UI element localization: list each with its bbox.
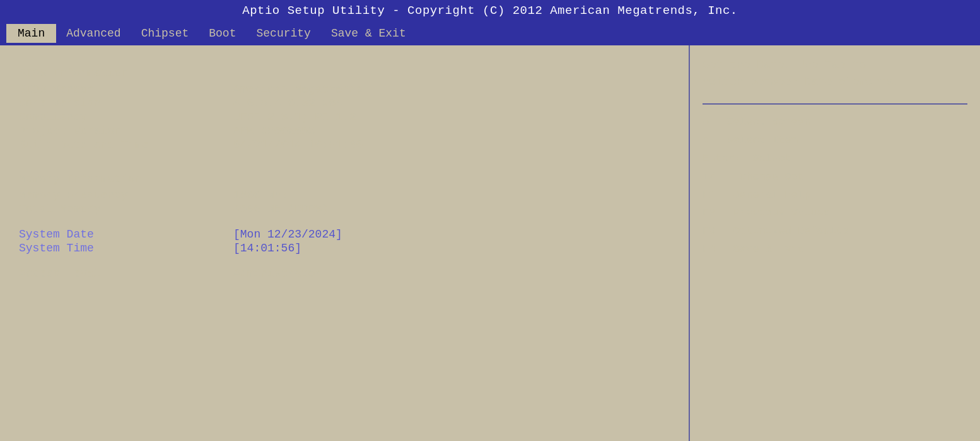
core-version-value: 4.6.5.4 0.32 x64 [233, 97, 342, 110]
shortcut-f2-key: F2: [703, 204, 722, 222]
menu-item-chipset[interactable]: Chipset [131, 25, 199, 42]
build-date-value: 04/21/2014 10:51:36 [233, 139, 363, 151]
bios-vendor-label: BIOS Vendor [19, 83, 233, 96]
compliancy-value: UEFI 2.3.1; PI 1.2 [233, 111, 356, 123]
shortcut-change-opt-desc: Change Opt. [740, 168, 810, 186]
core-version-label: Core Version [19, 97, 233, 110]
left-panel: BIOS Information BIOS Vendor American Me… [0, 45, 690, 441]
shortcut-updown-key: ↕: [703, 132, 715, 150]
shortcut-enter: Enter: Select [703, 150, 967, 168]
memory-freq-label: Memory Frequency [19, 189, 233, 202]
shortcut-f1-key: F1: [703, 186, 722, 205]
shortcut-enter-desc: Select [752, 150, 791, 168]
access-level-row: Access Level Administrator [19, 267, 670, 280]
bios-setup-utility: Aptio Setup Utility - Copyright (C) 2012… [0, 0, 980, 441]
content-area: BIOS Information BIOS Vendor American Me… [0, 45, 980, 441]
memory-freq-row: Memory Frequency 1600 Mhz [19, 189, 670, 202]
menu-item-boot[interactable]: Boot [199, 25, 246, 42]
shortcut-change-opt: +/-: Change Opt. [703, 168, 967, 186]
shortcut-plusminus-key: +/-: [703, 168, 728, 186]
shortcut-f3: F3: Optimized Defaults [703, 222, 967, 241]
compliancy-label: Compliancy [19, 111, 233, 123]
divider [703, 103, 967, 105]
total-memory-value: 4096 MB (DDR3) [233, 203, 329, 215]
shortcuts-panel: ↔: Select Screen ↕: Select Item Enter: S… [703, 113, 967, 259]
total-memory-label: Total Memory [19, 203, 233, 215]
shortcut-f4-key: F4: [703, 241, 722, 259]
access-level-label: Access Level [19, 267, 233, 280]
bios-vendor-row: BIOS Vendor American Megatrends [19, 83, 670, 96]
shortcut-select-screen: ↔: Select Screen [703, 113, 967, 132]
project-version-row: Project Version ARK C500X005 [19, 125, 670, 137]
shortcut-f2-desc: Previous Values [733, 204, 830, 222]
shortcut-select-item-desc: Select Item [727, 132, 798, 150]
system-time-row[interactable]: System Time [14:01:56] [19, 242, 670, 255]
title-bar: Aptio Setup Utility - Copyright (C) 2012… [0, 0, 980, 21]
core-version-row: Core Version 4.6.5.4 0.32 x64 [19, 97, 670, 110]
shortcut-arrow-key: ↔: [703, 113, 715, 132]
build-date-label: Build Date and Time [19, 139, 233, 151]
menu-item-security[interactable]: Security [246, 25, 320, 42]
spacer-3 [19, 256, 670, 267]
menu-item-save-and-exit[interactable]: Save & Exit [321, 25, 416, 42]
system-date-label: System Date [19, 228, 233, 241]
shortcut-select-item: ↕: Select Item [703, 132, 967, 150]
memory-freq-value: 1600 Mhz [233, 189, 288, 202]
system-date-value[interactable]: [Mon 12/23/2024] [233, 228, 342, 241]
system-date-row[interactable]: System Date [Mon 12/23/2024] [19, 228, 670, 241]
shortcut-f1-desc: General Help [733, 186, 810, 205]
shortcut-f3-desc: Optimized Defaults [733, 222, 849, 241]
system-time-label: System Time [19, 242, 233, 255]
shortcut-select-screen-desc: Select Screen [727, 113, 811, 132]
bios-info-header: BIOS Information [19, 67, 670, 79]
menu-bar: MainAdvancedChipsetBootSecuritySave & Ex… [0, 21, 980, 45]
memory-info-header: Memory Information [19, 173, 670, 185]
build-date-row: Build Date and Time 04/21/2014 10:51:36 [19, 139, 670, 151]
project-version-value: ARK C500X005 [233, 125, 315, 137]
shortcut-f3-key: F3: [703, 222, 722, 241]
shortcut-enter-key: Enter: [703, 150, 741, 168]
project-version-label: Project Version [19, 125, 233, 137]
menu-item-main[interactable]: Main [6, 24, 56, 43]
spacer-2 [19, 217, 670, 228]
right-panel: Set the Date. Use Tab toswitch between D… [690, 45, 980, 441]
spacer-1 [19, 152, 670, 164]
bios-vendor-value: American Megatrends [233, 83, 363, 96]
access-level-value: Administrator [233, 267, 322, 280]
compliancy-row: Compliancy UEFI 2.3.1; PI 1.2 [19, 111, 670, 123]
shortcut-f1: F1: General Help [703, 186, 967, 205]
shortcut-f2: F2: Previous Values [703, 204, 967, 222]
system-time-value[interactable]: [14:01:56] [233, 242, 301, 255]
help-text: Set the Date. Use Tab toswitch between D… [703, 57, 967, 91]
shortcut-f4: F4: Save & Exit [703, 241, 967, 259]
shortcut-f4-desc: Save & Exit [733, 241, 804, 259]
menu-item-advanced[interactable]: Advanced [56, 25, 131, 42]
title-text: Aptio Setup Utility - Copyright (C) 2012… [242, 4, 738, 18]
total-memory-row: Total Memory 4096 MB (DDR3) [19, 203, 670, 215]
